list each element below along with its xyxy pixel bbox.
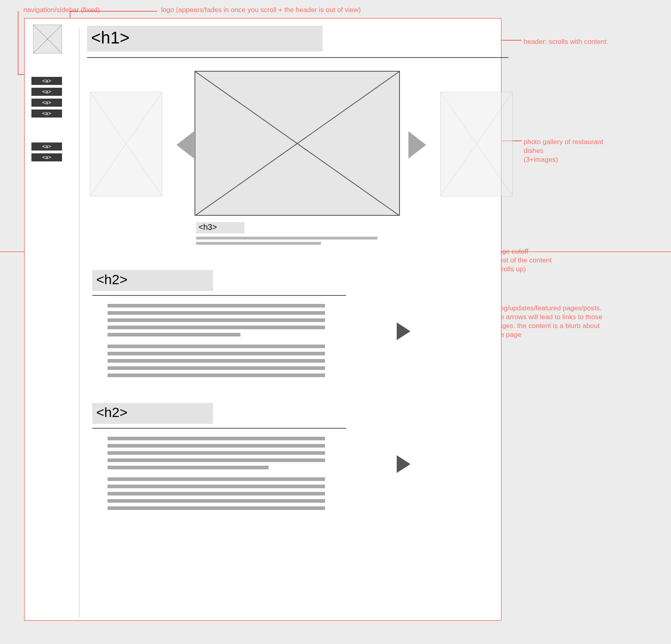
annotation-cutoff: page cutoff (rest of the content scrolls…	[495, 247, 599, 274]
sidebar: <a> <a> <a> <a> <a> <a>	[31, 25, 75, 164]
post-heading: <h2>	[92, 403, 213, 424]
featured-post: <h2>	[92, 270, 398, 381]
post-link-arrow-icon[interactable]	[397, 455, 410, 473]
post-rule	[92, 295, 346, 296]
photo-gallery: <h3>	[90, 71, 513, 232]
post-excerpt	[108, 304, 398, 377]
nav-link[interactable]: <a>	[31, 99, 62, 107]
nav-link[interactable]: <a>	[31, 142, 62, 151]
gallery-caption-heading: <h3>	[196, 222, 244, 233]
gallery-prev-arrow-icon[interactable]	[176, 131, 194, 159]
post-link-arrow-icon[interactable]	[397, 322, 410, 340]
gallery-image-current	[195, 71, 400, 216]
nav-group-primary: <a> <a> <a> <a>	[31, 77, 75, 118]
header-rule	[87, 57, 508, 58]
featured-post: <h2>	[92, 403, 398, 514]
annotation-logo: logo (appears/fades in once you scroll +…	[161, 6, 361, 14]
post-rule	[92, 428, 346, 429]
annotation-gallery: photo gallery of restaurant dishes (3+im…	[524, 138, 616, 164]
nav-link[interactable]: <a>	[31, 109, 62, 118]
post-heading: <h2>	[92, 270, 213, 291]
annotation-sidebar: navigation/sidebar (fixed)	[23, 6, 100, 14]
gallery-caption-line	[196, 237, 377, 239]
nav-group-secondary: <a> <a>	[31, 142, 75, 161]
annotation-posts: blog/updates/featured pages/posts. the a…	[495, 304, 603, 339]
page-title: <h1>	[87, 26, 323, 52]
nav-link[interactable]: <a>	[31, 77, 62, 85]
nav-link[interactable]: <a>	[31, 153, 62, 161]
gallery-image-next	[440, 92, 513, 196]
page-header: <h1>	[87, 26, 494, 58]
nav-link[interactable]: <a>	[31, 88, 62, 96]
wireframe-canvas: <a> <a> <a> <a> <a> <a> <h1> <h3>	[24, 18, 501, 621]
annotation-header: header: scrolls with content.	[524, 37, 616, 46]
sidebar-divider	[79, 28, 79, 617]
gallery-image-prev	[90, 92, 162, 196]
gallery-caption-line	[196, 242, 321, 245]
logo-placeholder	[33, 25, 62, 54]
post-excerpt	[108, 437, 398, 510]
gallery-next-arrow-icon[interactable]	[408, 131, 426, 159]
